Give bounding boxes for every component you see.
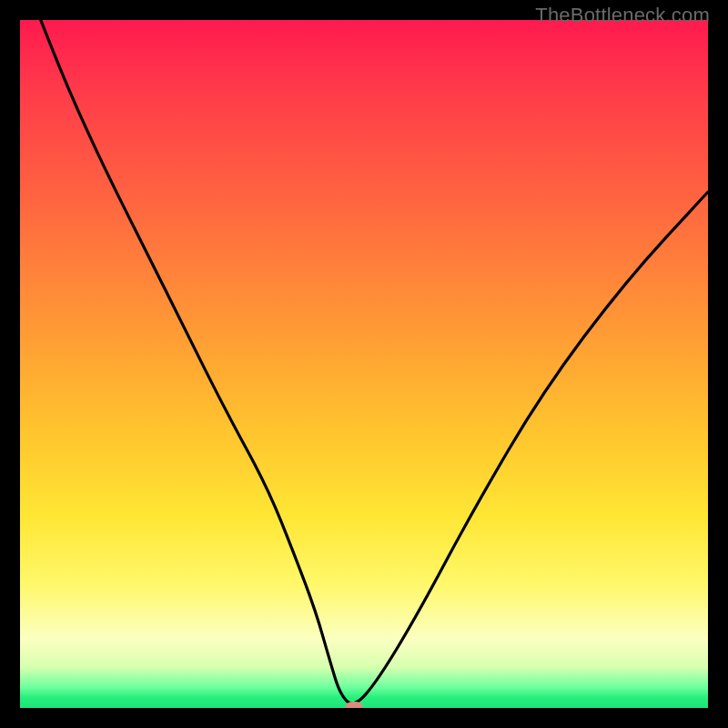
chart-frame: TheBottleneck.com <box>0 0 728 728</box>
bottleneck-curve <box>20 20 708 708</box>
plot-area <box>20 20 708 708</box>
watermark-text: TheBottleneck.com <box>535 4 710 27</box>
optimal-point-marker <box>345 702 363 708</box>
